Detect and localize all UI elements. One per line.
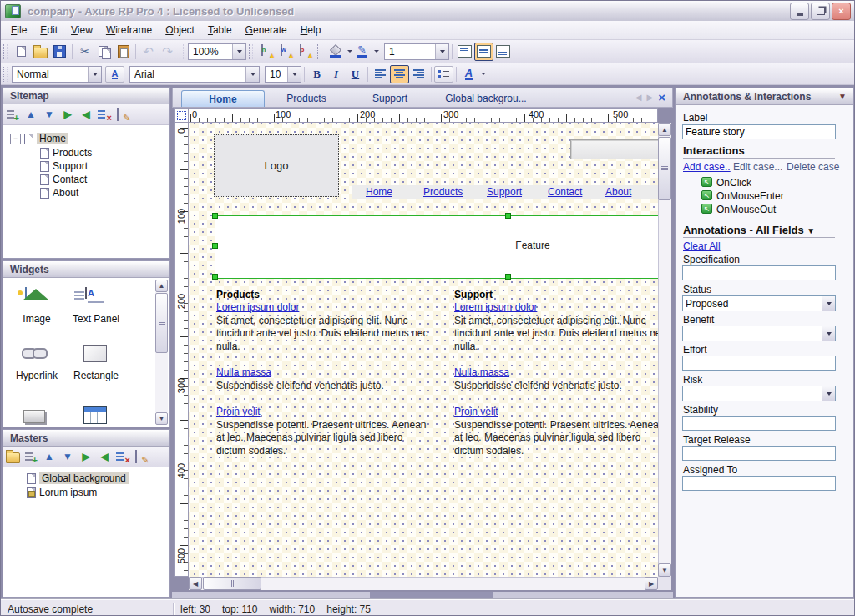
- nav-link-contact[interactable]: Contact: [548, 186, 582, 198]
- new-master-folder-button[interactable]: [3, 449, 22, 464]
- menu-view[interactable]: View: [64, 22, 99, 38]
- event-onclick[interactable]: OnClick: [716, 177, 751, 189]
- line-width-dropdown-button[interactable]: [435, 44, 448, 59]
- generate-word-button[interactable]: w▲: [276, 43, 296, 61]
- wf-link[interactable]: Nulla massa: [216, 366, 430, 380]
- align-left-button[interactable]: [371, 65, 390, 83]
- wf-link[interactable]: Proin velit: [454, 406, 658, 419]
- image-widget-icon[interactable]: [25, 287, 27, 299]
- pane-hscroll-thumb[interactable]: [370, 592, 493, 598]
- font-size-dropdown-button[interactable]: [287, 67, 301, 82]
- sitemap-node-label[interactable]: Home: [37, 133, 68, 144]
- hyperlink-widget-icon[interactable]: [22, 348, 48, 358]
- target-release-input[interactable]: [682, 446, 836, 461]
- annotations-header[interactable]: Annotations & Interactions ▼: [676, 88, 853, 105]
- button-widget-icon[interactable]: [23, 410, 45, 423]
- canvas-scroll-right-button[interactable]: ▶: [645, 577, 658, 590]
- toolbar-grip[interactable]: [3, 44, 8, 59]
- move-page-up-button[interactable]: ▲: [22, 107, 40, 122]
- move-master-down-button[interactable]: ▼: [58, 449, 77, 464]
- undo-button[interactable]: ↶: [139, 43, 158, 61]
- wf-link[interactable]: Nulla massa: [454, 366, 658, 380]
- line-color-button[interactable]: ✎: [352, 43, 372, 61]
- nav-link-support[interactable]: Support: [487, 186, 522, 198]
- tab-support[interactable]: Support: [348, 90, 432, 107]
- align-center-button[interactable]: [390, 65, 409, 83]
- label-input[interactable]: [682, 124, 836, 139]
- master-item-label[interactable]: Global background: [39, 472, 129, 484]
- master-item-lorum-ipsum[interactable]: Lorum ipsum: [27, 486, 97, 499]
- move-master-up-button[interactable]: ▲: [40, 449, 58, 464]
- rectangle-widget-icon[interactable]: [83, 345, 107, 362]
- add-case-link[interactable]: Add case..: [683, 161, 731, 173]
- selection-handle[interactable]: [505, 213, 511, 219]
- delete-case-link[interactable]: Delete case: [787, 161, 839, 173]
- canvas-vscroll-thumb[interactable]: [658, 137, 671, 200]
- feature-rectangle-widget[interactable]: Feature: [215, 215, 658, 279]
- menu-help[interactable]: Help: [294, 22, 328, 38]
- sitemap-node-label[interactable]: Products: [53, 147, 92, 159]
- menu-wireframe[interactable]: Wireframe: [99, 22, 159, 38]
- text-panel-widget-icon[interactable]: A: [85, 287, 87, 299]
- event-onmouseenter[interactable]: OnMouseEnter: [716, 190, 784, 202]
- canvas-scroll-down-button[interactable]: ▼: [658, 563, 671, 577]
- outdent-master-button[interactable]: ◀: [95, 449, 114, 464]
- edit-case-link[interactable]: Edit case...: [733, 161, 782, 173]
- risk-dropdown-button[interactable]: [822, 386, 835, 401]
- search-field-widget[interactable]: [570, 139, 658, 159]
- menu-object[interactable]: Object: [159, 22, 201, 38]
- tab-close-icon[interactable]: ×: [658, 90, 665, 104]
- style-dropdown-button[interactable]: [88, 67, 101, 82]
- benefit-dropdown-button[interactable]: [822, 326, 835, 341]
- redo-button[interactable]: ↷: [158, 43, 177, 61]
- font-dropdown-button[interactable]: [245, 67, 259, 82]
- minimize-button[interactable]: [790, 3, 809, 20]
- wf-link[interactable]: Proin velit: [216, 406, 430, 419]
- sitemap-node-label[interactable]: Contact: [53, 174, 87, 185]
- selection-handle[interactable]: [212, 243, 218, 249]
- benefit-select[interactable]: [682, 326, 836, 341]
- canvas-scroll-left-button[interactable]: ◀: [189, 577, 202, 590]
- tab-products[interactable]: Products: [265, 90, 348, 107]
- nav-link-products[interactable]: Products: [423, 186, 463, 198]
- nav-link-home[interactable]: Home: [366, 186, 392, 198]
- zoom-combo[interactable]: 100%: [188, 43, 246, 60]
- master-item-label[interactable]: Lorum ipsum: [39, 487, 97, 498]
- panel-menu-icon[interactable]: ▼: [838, 92, 847, 101]
- widgets-header[interactable]: Widgets: [3, 261, 169, 278]
- wf-link[interactable]: Lorem ipsum dolor: [216, 301, 430, 315]
- pane-hscroll-track[interactable]: [172, 592, 673, 598]
- selection-handle[interactable]: [212, 213, 218, 219]
- masters-header[interactable]: Masters: [3, 430, 169, 447]
- tab-scroll-left-icon[interactable]: ◀: [635, 93, 642, 102]
- rename-master-button[interactable]: ✎: [132, 449, 150, 464]
- clear-all-link[interactable]: Clear All: [683, 240, 721, 252]
- outdent-page-button[interactable]: ◀: [77, 107, 95, 122]
- line-width-combo[interactable]: 1: [384, 43, 449, 60]
- sitemap-node-products[interactable]: Products: [40, 146, 92, 159]
- menu-table[interactable]: Table: [201, 22, 239, 38]
- restore-button[interactable]: [811, 3, 830, 20]
- collapse-icon[interactable]: −: [10, 134, 21, 144]
- valign-bottom-button[interactable]: [493, 43, 513, 61]
- tab-scroll-right-icon[interactable]: ▶: [647, 93, 654, 102]
- title-bar[interactable]: company - Axure RP Pro 4 : Licensed to U…: [1, 1, 854, 22]
- rename-page-button[interactable]: ✎: [114, 107, 132, 122]
- tab-global-background[interactable]: Global backgrou...: [432, 90, 540, 107]
- widgets-scroll-up-button[interactable]: ▲: [155, 280, 168, 292]
- generate-prototype-button[interactable]: p▲: [296, 43, 315, 61]
- bold-button[interactable]: B: [307, 65, 326, 83]
- style-combo[interactable]: Normal: [12, 66, 102, 83]
- selection-handle[interactable]: [505, 274, 511, 280]
- paste-button[interactable]: [114, 43, 133, 61]
- widgets-scroll-thumb[interactable]: [155, 293, 168, 353]
- sitemap-node-label[interactable]: About: [53, 187, 78, 199]
- line-color-dropdown[interactable]: [374, 50, 379, 53]
- valign-top-button[interactable]: [455, 43, 474, 61]
- widgets-scroll-down-button[interactable]: ▼: [155, 412, 168, 425]
- sitemap-header[interactable]: Sitemap: [3, 88, 169, 104]
- stability-input[interactable]: [682, 416, 836, 431]
- move-page-down-button[interactable]: ▼: [40, 107, 58, 122]
- tab-home[interactable]: Home: [181, 90, 265, 107]
- toolbar-grip[interactable]: [317, 44, 321, 59]
